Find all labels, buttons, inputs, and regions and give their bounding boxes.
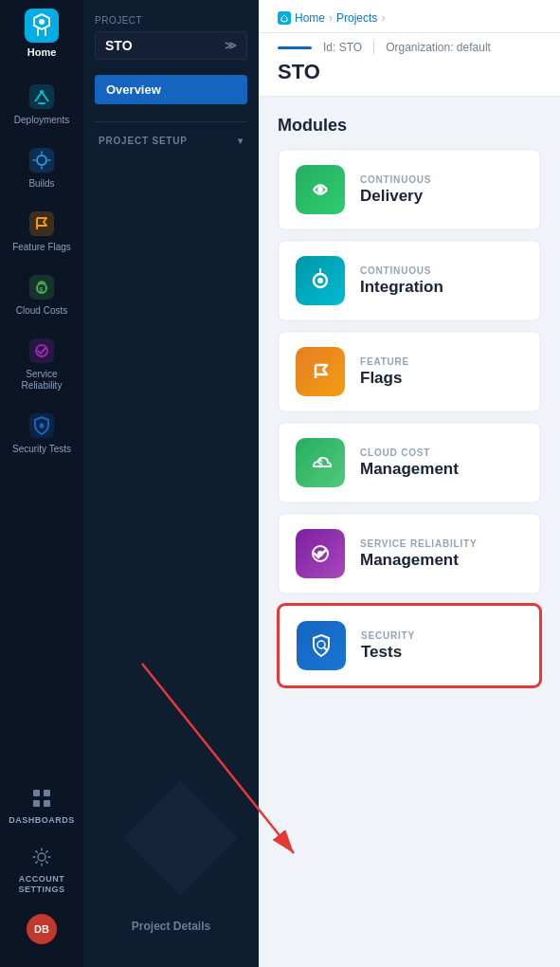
module-info-service-reliability: SERVICE RELIABILITY Management (360, 538, 477, 570)
breadcrumb-bar: Home › Projects › (259, 0, 560, 33)
sidebar-project-setup-section[interactable]: PROJECT SETUP ▾ (95, 132, 247, 150)
module-name-delivery: Delivery (360, 187, 431, 206)
module-name-flags: Flags (360, 369, 409, 388)
module-name-service-reliability: Management (360, 551, 477, 570)
builds-icon (28, 147, 55, 173)
svg-rect-21 (278, 11, 291, 25)
module-card-continuous-integration[interactable]: CONTINUOUS Integration (278, 240, 541, 321)
module-name-integration: Integration (360, 278, 443, 297)
svg-point-22 (317, 187, 323, 192)
feature-flags-icon (28, 210, 55, 237)
sidebar-overview-item[interactable]: Overview (95, 75, 247, 104)
sidebar: Project STO ≫ Overview PROJECT SETUP ▾ P… (83, 0, 259, 967)
sidebar-diamond-icon (114, 772, 246, 904)
sidebar-bg-decoration: Project Details (95, 157, 247, 952)
sidebar-project-setup-label: PROJECT SETUP (99, 136, 188, 146)
nav-bottom-dashboards-label: DASHBOARDS (9, 815, 75, 826)
security-tests-module-icon (297, 621, 346, 670)
nav-item-deployments[interactable]: Deployments (4, 74, 80, 136)
module-category-security-tests: SECURITY (361, 630, 415, 641)
dashboards-icon (28, 785, 55, 812)
sidebar-project-details-label: Project Details (132, 920, 210, 933)
module-info-delivery: CONTINUOUS Delivery (360, 174, 431, 206)
user-avatar[interactable]: DB (4, 906, 80, 952)
svg-line-30 (324, 648, 327, 650)
nav-item-feature-flags[interactable]: Feature Flags (4, 201, 80, 263)
module-category-integration: CONTINUOUS (360, 265, 443, 276)
module-card-service-reliability[interactable]: SERVICE RELIABILITY Management (278, 513, 541, 594)
security-tests-icon (28, 412, 55, 439)
nav-bottom-account-settings-label: ACCOUNT SETTINGS (8, 874, 76, 895)
nav-item-cloud-costs-label: Cloud Costs (16, 305, 67, 317)
nav-logo[interactable]: Home (0, 0, 83, 66)
module-category-service-reliability: SERVICE RELIABILITY (360, 538, 477, 549)
nav-item-security-tests[interactable]: Security Tests (4, 403, 80, 465)
module-category-delivery: CONTINUOUS (360, 174, 431, 185)
svg-point-3 (40, 90, 44, 94)
module-info-security-tests: SECURITY Tests (361, 630, 415, 662)
module-card-security-tests[interactable]: SECURITY Tests (278, 604, 541, 687)
nav-item-security-tests-label: Security Tests (12, 444, 71, 455)
continuous-integration-icon (296, 256, 345, 305)
main-content: Home › Projects › Id: STO Organization: … (259, 0, 560, 967)
module-category-flags: FEATURE (360, 356, 409, 367)
project-org-text: Organization: default (386, 41, 491, 54)
module-category-cloud-cost: CLOUD COST (360, 447, 459, 458)
project-header: Id: STO Organization: default STO (259, 33, 560, 97)
modules-title: Modules (278, 116, 541, 136)
module-card-continuous-delivery[interactable]: CONTINUOUS Delivery (278, 149, 541, 230)
svg-rect-4 (38, 102, 45, 104)
module-info-integration: CONTINUOUS Integration (360, 265, 443, 297)
svg-text:$: $ (317, 459, 323, 469)
nav-logo-label: Home (27, 46, 57, 58)
svg-rect-2 (29, 84, 54, 109)
nav-item-builds[interactable]: Builds (4, 137, 80, 199)
breadcrumb-projects[interactable]: Projects (336, 11, 377, 25)
cloud-costs-icon: $ (28, 274, 55, 301)
svg-rect-16 (33, 790, 40, 796)
svg-text:$: $ (39, 285, 44, 294)
sidebar-project-selector[interactable]: STO ≫ (95, 31, 247, 60)
breadcrumb-sep-2: › (381, 11, 385, 25)
cloud-cost-module-icon: $ (296, 438, 345, 487)
module-card-cloud-cost[interactable]: $ CLOUD COST Management (278, 422, 541, 503)
nav-bottom-dashboards[interactable]: DASHBOARDS (4, 777, 80, 833)
sidebar-project-name: STO (105, 38, 133, 53)
nav-item-cloud-costs[interactable]: $ Cloud Costs (4, 265, 80, 326)
account-settings-icon (28, 844, 55, 870)
module-name-cloud-cost: Management (360, 460, 459, 479)
svg-rect-17 (44, 790, 50, 796)
module-info-flags: FEATURE Flags (360, 356, 409, 388)
svg-point-24 (317, 278, 323, 283)
service-reliability-module-icon (296, 529, 345, 578)
module-card-feature-flags[interactable]: FEATURE Flags (278, 331, 541, 412)
project-title: STO (278, 60, 541, 84)
continuous-delivery-icon (296, 165, 345, 214)
project-id-divider (373, 41, 374, 54)
svg-rect-11 (29, 338, 54, 363)
svg-rect-19 (44, 800, 50, 807)
sidebar-project-label: Project (95, 15, 247, 26)
svg-rect-18 (33, 800, 40, 807)
service-reliability-icon (28, 338, 55, 364)
svg-point-20 (38, 853, 45, 861)
nav-bottom: DASHBOARDS ACCOUNT SETTINGS DB (0, 777, 83, 967)
svg-rect-7 (29, 211, 54, 236)
breadcrumb-home[interactable]: Home (295, 11, 325, 25)
avatar-initials: DB (34, 923, 49, 935)
breadcrumb-sep-1: › (329, 11, 333, 25)
project-id-text: Id: STO (323, 41, 362, 54)
nav-bottom-account-settings[interactable]: ACCOUNT SETTINGS (4, 836, 80, 903)
project-id-bar: Id: STO Organization: default (278, 41, 541, 54)
avatar-circle: DB (27, 914, 57, 944)
feature-flags-module-icon (296, 347, 345, 396)
nav-item-feature-flags-label: Feature Flags (12, 242, 71, 253)
nav-item-deployments-label: Deployments (14, 115, 69, 126)
module-name-security-tests: Tests (361, 643, 415, 662)
sidebar-divider (95, 121, 247, 122)
module-info-cloud-cost: CLOUD COST Management (360, 447, 459, 479)
nav-items: Deployments Builds Feature Flags (0, 66, 83, 777)
nav-item-service-reliability[interactable]: Service Reliability (4, 328, 80, 401)
project-id-line (278, 46, 312, 49)
nav-item-service-reliability-label: Service Reliability (8, 369, 76, 392)
